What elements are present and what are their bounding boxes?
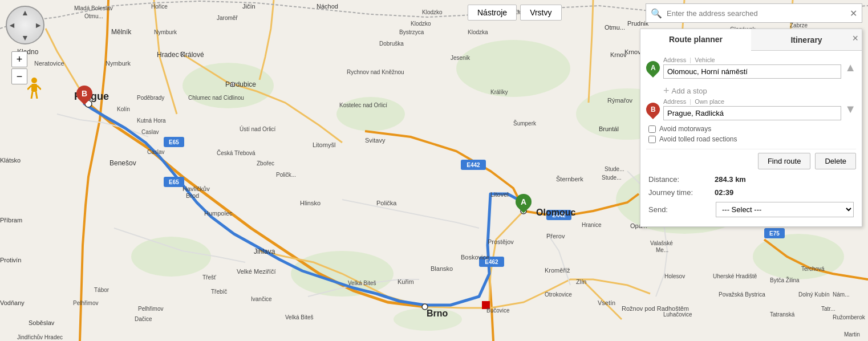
svg-text:E442: E442 [467, 162, 480, 168]
svg-text:Stude...: Stude... [605, 166, 624, 172]
svg-text:Boskovice: Boskovice [461, 254, 489, 261]
waypoint-a-marker: A [643, 58, 663, 78]
add-stop-row[interactable]: + Add a stop [646, 83, 856, 98]
avoid-motorways-row[interactable]: Avoid motorways [646, 125, 856, 133]
layers-button[interactable]: Vrstvy [520, 5, 561, 21]
journey-row: Journey time: 02:39 [648, 186, 854, 199]
tools-button[interactable]: Nástroje [468, 5, 517, 21]
waypoint-b-fields: Address | Own place [663, 98, 841, 120]
svg-text:Klodzka: Klodzka [468, 29, 488, 35]
search-close-icon[interactable]: ✕ [845, 8, 862, 19]
waypoint-a-letter: A [651, 64, 656, 72]
svg-text:Rychnov nad Kněžnou: Rychnov nad Kněžnou [347, 69, 404, 75]
svg-text:Klátsko: Klátsko [0, 157, 21, 164]
pan-down[interactable]: ▼ [21, 33, 29, 42]
avoid-tolled-row[interactable]: Avoid tolled road sections [646, 135, 856, 143]
waypoint-a-scroll-up[interactable]: ▲ [845, 61, 856, 74]
svg-text:Zlín: Zlín [576, 278, 586, 285]
zoom-out-button[interactable]: − [11, 68, 27, 84]
map-navigation[interactable]: ▲ ▼ ◄ ► [6, 6, 44, 44]
pan-right[interactable]: ► [34, 21, 42, 30]
svg-text:Ružomberok: Ružomberok [833, 314, 866, 320]
waypoint-b-label-address: Address [663, 98, 686, 105]
svg-text:Caslav: Caslav [141, 129, 159, 135]
pan-left[interactable]: ◄ [8, 21, 16, 30]
svg-text:Klodzko: Klodzko [422, 9, 443, 15]
avoid-tolled-checkbox[interactable] [648, 136, 656, 143]
svg-text:Kroměříž: Kroměříž [545, 267, 570, 274]
svg-text:Mladá Boleslav: Mladá Boleslav [74, 5, 113, 11]
pan-control[interactable]: ▲ ▼ ◄ ► [6, 6, 44, 44]
svg-text:Jihlava: Jihlava [254, 247, 275, 255]
waypoint-b-label-own-place: Own place [695, 98, 724, 105]
map-pin-a: A [516, 194, 532, 210]
svg-text:Králíky: Králíky [490, 89, 508, 95]
svg-text:Ústí nad Orlicí: Ústí nad Orlicí [240, 125, 276, 132]
svg-text:Poděbrady: Poděbrady [137, 95, 164, 101]
svg-text:Zbořec: Zbořec [257, 160, 274, 167]
send-label: Send: [648, 205, 711, 214]
street-view-icon[interactable] [27, 77, 41, 103]
waypoint-b-row: B Address | Own place ▼ [646, 98, 856, 120]
svg-text:Nám...: Nám... [833, 291, 849, 298]
distance-value: 284.3 km [715, 173, 746, 186]
add-stop-icon: + [663, 86, 670, 96]
map-toolbar[interactable]: Nástroje Vrstvy [468, 5, 562, 21]
svg-text:Hradec Králové: Hradec Králové [157, 51, 204, 59]
svg-text:Rýmařov: Rýmařov [607, 97, 633, 104]
waypoint-a-fields: Address | Vehicle [663, 56, 841, 79]
results-section: Distance: 284.3 km Journey time: 02:39 S… [646, 169, 856, 221]
tab-itinerary[interactable]: Itinerary [751, 29, 862, 50]
search-icon: 🔍 [646, 8, 667, 19]
svg-text:Pelhřimov: Pelhřimov [138, 306, 163, 312]
svg-text:Neratovice: Neratovice [34, 60, 64, 67]
svg-text:Tatr...: Tatr... [821, 306, 835, 312]
svg-text:Bystrzyca: Bystrzyca [399, 29, 424, 35]
svg-text:Pardubice: Pardubice [225, 80, 256, 88]
svg-text:Pelhřimov: Pelhřimov [73, 300, 98, 306]
svg-text:Terchová: Terchová [801, 266, 825, 272]
svg-text:Svitavy: Svitavy [365, 137, 386, 144]
svg-text:Kolín: Kolín [117, 106, 130, 112]
waypoint-b-input[interactable] [663, 106, 841, 120]
svg-line-141 [37, 86, 41, 90]
waypoint-a-label-address: Address [663, 56, 686, 63]
waypoint-b-letter: B [651, 105, 656, 113]
delete-button[interactable]: Delete [815, 153, 856, 169]
map-pin-b: B [76, 86, 92, 102]
svg-text:Ivančice: Ivančice [251, 296, 272, 302]
search-bar[interactable]: 🔍 ✕ [646, 3, 862, 23]
svg-text:Šumperk: Šumperk [513, 120, 537, 127]
svg-text:Šternberk: Šternberk [556, 176, 583, 182]
panel-close-button[interactable]: × [852, 33, 858, 44]
svg-text:Valašské: Valašské [650, 240, 673, 246]
avoid-motorways-checkbox[interactable] [648, 125, 656, 133]
svg-text:Luhačovice: Luhačovice [663, 311, 692, 318]
svg-text:Dačice: Dačice [135, 316, 152, 322]
svg-text:Dobruška: Dobruška [379, 40, 404, 47]
svg-text:Velká Biteš: Velká Biteš [348, 280, 376, 286]
waypoint-a-input[interactable] [663, 64, 841, 79]
svg-text:Hořice: Hořice [151, 3, 168, 10]
send-row: Send: --- Select --- Email SMS Mobile [648, 202, 854, 217]
search-input[interactable] [667, 9, 845, 18]
waypoint-b-labels: Address | Own place [663, 98, 841, 105]
svg-text:Tatranská: Tatranská [770, 311, 795, 318]
svg-text:Jaroměř: Jaroměř [217, 15, 238, 21]
send-select[interactable]: --- Select --- Email SMS Mobile [716, 202, 854, 217]
svg-line-142 [31, 92, 33, 99]
tab-route-planner[interactable]: Route planner [640, 29, 751, 51]
svg-text:Velká Biteš: Velká Biteš [285, 314, 313, 320]
svg-point-138 [31, 78, 37, 83]
pan-up[interactable]: ▲ [21, 8, 29, 17]
svg-text:Poličk...: Poličk... [276, 172, 296, 178]
find-route-button[interactable]: Find route [758, 153, 811, 169]
svg-text:Přerov: Přerov [546, 233, 565, 239]
svg-text:Kuřim: Kuřim [398, 278, 414, 285]
avoid-tolled-label: Avoid tolled road sections [659, 135, 737, 143]
zoom-controls[interactable]: + − [11, 51, 27, 84]
map-container[interactable]: E65 E65 E442 E442 E462 E75 E442 Prague O… [0, 0, 868, 341]
zoom-in-button[interactable]: + [11, 51, 27, 67]
waypoint-b-scroll-down[interactable]: ▼ [845, 103, 856, 116]
svg-text:Havlíčkův: Havlíčkův [182, 185, 210, 192]
